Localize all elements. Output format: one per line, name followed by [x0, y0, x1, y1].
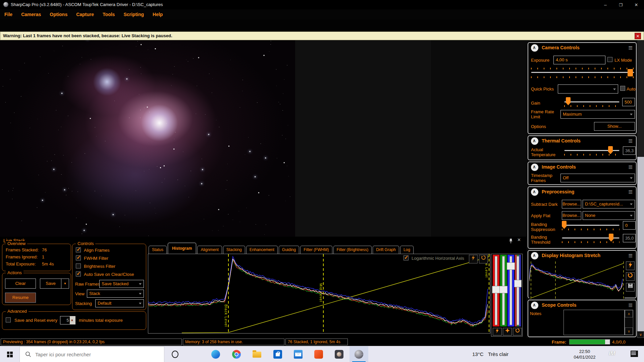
close-button[interactable]: [629, 0, 644, 9]
pin-icon[interactable]: [508, 238, 513, 244]
gain-slider[interactable]: [564, 101, 620, 103]
warning-close-icon[interactable]: [635, 33, 641, 39]
office-icon[interactable]: [314, 350, 323, 359]
collapse-icon[interactable]: [531, 302, 538, 309]
tab-alignment[interactable]: Alignment: [197, 246, 222, 254]
gain-value[interactable]: 500: [622, 98, 635, 106]
menu-cameras[interactable]: Cameras: [17, 9, 45, 19]
search-input[interactable]: [35, 351, 149, 358]
apply-flat-combo[interactable]: None: [583, 211, 635, 220]
section-menu-icon[interactable]: [628, 137, 633, 145]
quick-picks-combo[interactable]: [558, 84, 618, 94]
collapse-icon[interactable]: [531, 188, 538, 196]
menu-capture[interactable]: Capture: [72, 9, 98, 19]
bars-auto-stretch-icon[interactable]: [493, 328, 502, 336]
align-frames-checkbox[interactable]: ✓: [76, 247, 81, 252]
all-level-handle[interactable]: [514, 280, 522, 287]
stretch-save-icon[interactable]: [626, 283, 635, 292]
minutes-stepper[interactable]: 5: [60, 316, 75, 324]
auto-checkbox[interactable]: [620, 86, 625, 91]
subtract-dark-combo[interactable]: D:\SC_captures\d...: [583, 200, 635, 208]
notification-center-icon[interactable]: [631, 351, 638, 357]
panel-close-icon[interactable]: ✕: [517, 237, 521, 242]
collapse-icon[interactable]: [531, 164, 538, 171]
mail-icon[interactable]: [294, 350, 303, 359]
image-viewport[interactable]: [0, 40, 527, 237]
sharpcap-taskbar-button[interactable]: [350, 346, 368, 362]
red-level-bar[interactable]: [493, 255, 499, 326]
banding-suppression-value[interactable]: 0: [623, 221, 636, 230]
brightness-filter-checkbox[interactable]: [76, 263, 81, 268]
section-menu-icon[interactable]: [628, 188, 633, 196]
file-explorer-icon[interactable]: [253, 352, 261, 358]
green-level-handle[interactable]: [499, 286, 507, 293]
taskbar-clock[interactable]: 22:50 04/01/2022: [568, 349, 601, 360]
lx-mode-checkbox[interactable]: [607, 57, 612, 62]
scrollbar-down-icon[interactable]: [637, 331, 644, 338]
scroll-down-icon[interactable]: [625, 327, 633, 335]
collapse-icon[interactable]: [531, 44, 538, 52]
menu-options[interactable]: Options: [45, 9, 72, 19]
apply-flat-browse-button[interactable]: Browse...: [562, 211, 581, 220]
black-level-line-label[interactable]: Black Level: [224, 304, 228, 327]
cortana-icon[interactable]: [172, 351, 178, 358]
subtract-dark-browse-button[interactable]: Browse...: [562, 200, 581, 208]
tab-filter-brightness[interactable]: Filter (Brightness): [333, 246, 372, 254]
save-button[interactable]: Save: [40, 279, 61, 289]
section-menu-icon[interactable]: [628, 251, 633, 260]
tab-status[interactable]: Status: [149, 246, 167, 254]
start-button[interactable]: [0, 346, 19, 362]
resume-button[interactable]: Resume: [5, 293, 36, 303]
collapse-icon[interactable]: [531, 252, 538, 259]
exposure-slider-handle[interactable]: [628, 69, 633, 76]
frame-rate-combo[interactable]: Maximum: [560, 110, 635, 119]
stepper-arrows-icon[interactable]: [70, 316, 75, 324]
auto-save-checkbox[interactable]: ✓: [76, 272, 81, 277]
log-axis-checkbox[interactable]: ✓: [404, 255, 409, 260]
red-level-handle[interactable]: [492, 286, 500, 293]
taskbar-search[interactable]: [19, 346, 164, 362]
timestamp-combo[interactable]: Off: [560, 174, 635, 182]
tab-filter-fwhm[interactable]: Filter (FWHM): [300, 246, 332, 254]
tab-stacking[interactable]: Stacking: [223, 246, 245, 254]
view-combo[interactable]: Stack: [87, 290, 144, 298]
banding-suppression-handle[interactable]: [562, 221, 567, 229]
tab-guiding[interactable]: Guiding: [279, 246, 299, 254]
save-reset-checkbox[interactable]: [6, 317, 11, 322]
fwhm-filter-checkbox[interactable]: ✓: [76, 255, 81, 260]
panel-scrollbar[interactable]: [637, 40, 644, 338]
notes-textarea[interactable]: [564, 310, 625, 335]
reset-stretch-icon[interactable]: [479, 255, 488, 263]
notes-scrollbar[interactable]: [625, 310, 633, 335]
weather-temp[interactable]: 13°C: [472, 351, 484, 357]
chrome-icon[interactable]: [232, 350, 241, 359]
microsoft-store-icon[interactable]: [273, 350, 282, 359]
collapse-icon[interactable]: [531, 137, 538, 145]
stacking-combo[interactable]: Default: [95, 299, 144, 307]
section-menu-icon[interactable]: [628, 301, 633, 310]
green-level-bar[interactable]: [500, 255, 507, 326]
scroll-up-icon[interactable]: [625, 310, 633, 317]
scrollbar-thumb[interactable]: [637, 40, 644, 157]
auto-stretch-icon[interactable]: [469, 255, 478, 263]
input-method-icon[interactable]: IM: [609, 350, 621, 358]
bars-sparkle-icon[interactable]: [503, 328, 512, 336]
banding-threshold-handle[interactable]: [609, 234, 613, 242]
menu-help[interactable]: Help: [148, 9, 167, 19]
banding-suppression-slider[interactable]: [562, 225, 620, 226]
temp-slider-handle[interactable]: [608, 146, 613, 154]
options-show-button[interactable]: Show...: [594, 122, 635, 131]
save-dropdown-button[interactable]: ▼: [61, 279, 69, 289]
exposure-value[interactable]: 4,00 s: [553, 56, 605, 64]
tab-log[interactable]: Log: [400, 246, 414, 254]
mini-histogram[interactable]: [529, 261, 625, 299]
tab-enhancement[interactable]: Enhancement: [246, 246, 278, 254]
menu-tools[interactable]: Tools: [98, 9, 119, 19]
paint-app-icon[interactable]: [335, 350, 343, 359]
mid-level-line-label[interactable]: Mid Level: [319, 283, 323, 302]
all-level-bar[interactable]: [515, 255, 521, 326]
edge-icon[interactable]: [211, 350, 220, 359]
gain-slider-handle[interactable]: [566, 97, 571, 105]
section-menu-icon[interactable]: [628, 163, 633, 172]
blue-level-bar[interactable]: [507, 255, 514, 326]
